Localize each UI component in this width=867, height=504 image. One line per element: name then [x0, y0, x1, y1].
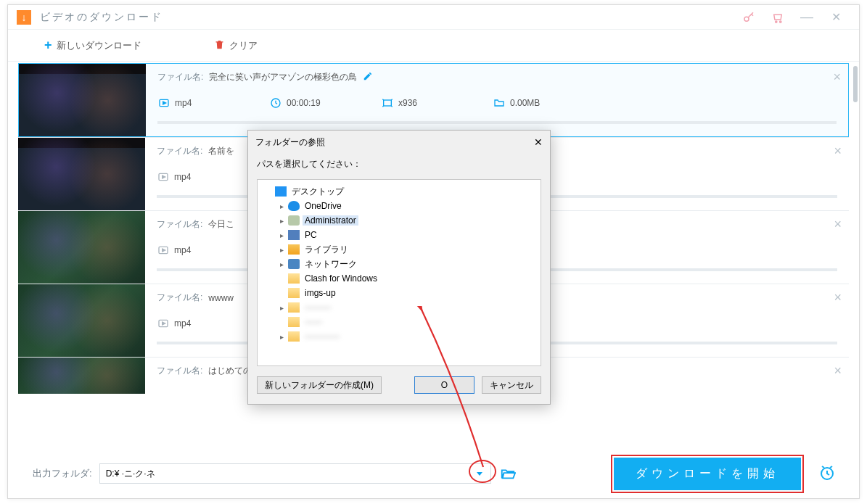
item-title: wwww — [208, 293, 234, 303]
progress-bar — [157, 121, 837, 124]
thumbnail — [18, 358, 145, 394]
svg-point-1 — [776, 20, 777, 22]
item-remove[interactable]: × — [834, 363, 842, 379]
start-download-button[interactable]: ダウンロードを開始 — [614, 458, 801, 490]
pc-icon — [288, 230, 300, 240]
plus-icon: + — [44, 38, 52, 53]
output-folder-path: D:¥ ·ニ·ク·ネ — [106, 468, 155, 480]
format-icon — [157, 317, 170, 330]
dialog-instruction: パスを選択してください： — [248, 154, 550, 179]
tree-library[interactable]: ライブラリ — [303, 244, 350, 256]
library-icon — [288, 244, 300, 255]
key-icon[interactable] — [734, 5, 763, 30]
thumbnail — [18, 138, 145, 210]
tree-onedrive[interactable]: OneDrive — [303, 201, 344, 211]
chevron-down-icon[interactable] — [473, 467, 486, 480]
tree-blurred[interactable]: ———— — [303, 331, 342, 342]
toolbar: + 新しいダウンロード クリア — [8, 30, 859, 62]
item-format: mp4 — [174, 172, 191, 182]
item-format: mp4 — [175, 98, 192, 108]
tree-blurred[interactable]: ——— — [303, 302, 333, 313]
format-icon — [157, 244, 170, 257]
svg-point-2 — [780, 20, 781, 22]
folder-icon — [288, 317, 300, 327]
edit-icon[interactable] — [363, 71, 373, 83]
user-icon — [288, 215, 300, 226]
tree-desktop[interactable]: デスクトップ — [289, 186, 346, 198]
thumbnail — [18, 211, 145, 284]
app-icon: ↓ — [17, 10, 31, 25]
svg-rect-6 — [384, 100, 392, 106]
scrollbar-thumb[interactable] — [853, 66, 858, 102]
folder-icon — [288, 273, 300, 284]
item-remove[interactable]: × — [834, 217, 842, 232]
tree-network[interactable]: ネットワーク — [303, 258, 359, 270]
item-format: mp4 — [174, 245, 191, 255]
tree-blurred[interactable]: —— — [303, 317, 324, 327]
tree-pc[interactable]: PC — [303, 230, 319, 240]
start-button-highlight: ダウンロードを開始 — [611, 455, 804, 493]
folder-icon — [288, 288, 300, 298]
item-title: 名前を — [208, 145, 234, 157]
item-remove[interactable]: × — [834, 144, 842, 159]
network-icon — [288, 259, 300, 269]
svg-point-0 — [744, 17, 749, 21]
svg-marker-12 — [163, 322, 165, 325]
trash-icon — [214, 39, 225, 52]
new-download-button[interactable]: + 新しいダウンロード — [44, 38, 141, 53]
clear-button[interactable]: クリア — [214, 39, 258, 52]
folder-icon — [288, 331, 300, 342]
svg-marker-13 — [477, 472, 482, 476]
svg-marker-10 — [163, 249, 165, 252]
output-folder-label: 出力フォルダ: — [33, 467, 92, 480]
thumbnail — [18, 284, 145, 357]
clear-label: クリア — [229, 39, 258, 52]
tree-imgs[interactable]: imgs-up — [303, 288, 338, 298]
footer: 出力フォルダ: D:¥ ·ニ·ク·ネ ダウンロードを開始 — [18, 456, 849, 491]
new-download-label: 新しいダウンロード — [57, 39, 141, 52]
clock-icon — [269, 96, 282, 110]
open-folder-icon[interactable] — [498, 464, 517, 483]
new-folder-button[interactable]: 新しいフォルダーの作成(M) — [257, 376, 382, 394]
item-title: 完全に笑い声がアマゾンの極彩色の鳥 — [209, 71, 357, 83]
folder-tree[interactable]: ▸デスクトップ ▸OneDrive ▸Administrator ▸PC ▸ライ… — [257, 179, 541, 366]
folder-icon — [288, 302, 300, 313]
output-folder-field[interactable]: D:¥ ·ニ·ク·ネ — [99, 463, 491, 484]
item-duration: 00:00:19 — [287, 98, 321, 108]
item-format: mp4 — [174, 318, 191, 329]
format-icon — [157, 170, 170, 183]
window-close[interactable]: ✕ — [821, 5, 850, 30]
item-remove[interactable]: × — [833, 70, 841, 85]
format-icon — [157, 96, 170, 110]
alarm-icon[interactable] — [818, 464, 837, 483]
dialog-close[interactable]: ✕ — [534, 136, 543, 148]
ok-button[interactable]: O — [414, 376, 474, 394]
resolution-icon — [381, 96, 394, 110]
folder-icon — [493, 96, 506, 110]
dialog-title: フォルダーの参照 — [255, 136, 325, 149]
thumbnail — [19, 64, 146, 136]
svg-marker-4 — [163, 102, 166, 104]
tree-administrator[interactable]: Administrator — [303, 215, 358, 226]
onedrive-icon — [288, 201, 300, 211]
item-title: 今日こ — [208, 218, 234, 231]
item-size: 0.00MB — [510, 98, 540, 108]
titlebar: ↓ ビデオのダウンロード — ✕ — [8, 5, 859, 30]
item-remove[interactable]: × — [834, 290, 842, 305]
item-resolution: x936 — [398, 98, 417, 108]
cancel-button[interactable]: キャンセル — [482, 376, 541, 394]
svg-marker-8 — [163, 175, 165, 178]
desktop-icon — [275, 186, 287, 197]
window-title: ビデオのダウンロード — [40, 11, 163, 24]
folder-browse-dialog: フォルダーの参照 ✕ パスを選択してください： ▸デスクトップ ▸OneDriv… — [247, 130, 551, 405]
window-minimize[interactable]: — — [792, 5, 821, 30]
filename-label: ファイル名: — [157, 71, 203, 83]
tree-clash[interactable]: Clash for Windows — [303, 273, 379, 284]
download-item[interactable]: ファイル名: 完全に笑い声がアマゾンの極彩色の鳥 mp4 00:00:19 x9… — [18, 63, 849, 137]
cart-icon[interactable] — [763, 5, 792, 30]
